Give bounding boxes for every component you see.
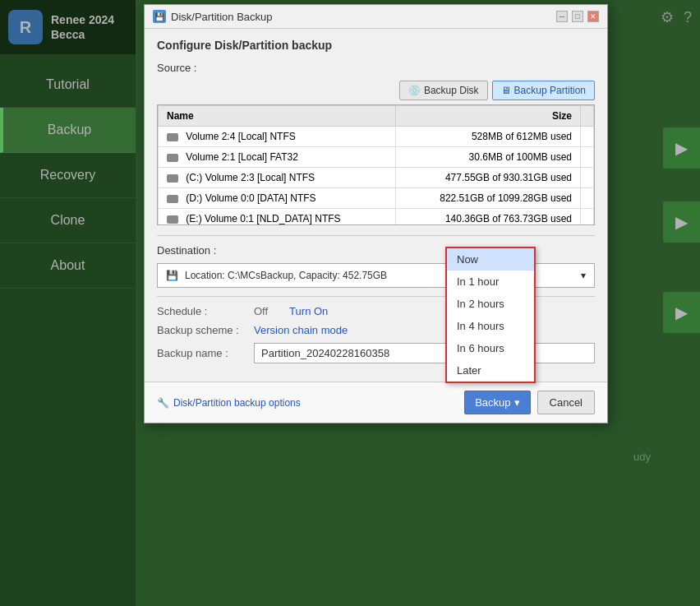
dialog-titlebar: 💾 Disk/Partition Backup ─ □ ✕: [145, 5, 607, 29]
table-row[interactable]: Volume 2:4 [Local] NTFS 528MB of 612MB u…: [159, 127, 594, 147]
dropdown-item-4hours[interactable]: In 4 hours: [447, 315, 534, 337]
backup-type-row: 💿 Backup Disk 🖥 Backup Partition: [157, 81, 595, 100]
dialog-body: Configure Disk/Partition backup Source :…: [145, 29, 607, 382]
dropdown-item-6hours[interactable]: In 6 hours: [447, 337, 534, 359]
table-row[interactable]: (C:) Volume 2:3 [Local] NTFS 477.55GB of…: [159, 168, 594, 188]
table-row[interactable]: Volume 2:1 [Local] FAT32 30.6MB of 100MB…: [159, 147, 594, 168]
volume-size-cell: 140.36GB of 763.73GB used: [395, 209, 581, 225]
schedule-turn-on-link[interactable]: Turn On: [289, 305, 328, 317]
volume-size-cell: 822.51GB of 1099.28GB used: [395, 188, 581, 209]
backup-chevron-icon: ▾: [514, 396, 520, 409]
volume-name-cell: (D:) Volume 0:0 [DATA] NTFS: [159, 188, 396, 209]
dropdown-item-2hours[interactable]: In 2 hours: [447, 293, 534, 315]
dialog-footer: 🔧 Disk/Partition backup options NowIn 1 …: [145, 382, 607, 423]
backup-partition-button[interactable]: 🖥 Backup Partition: [492, 81, 595, 100]
wrench-icon: 🔧: [157, 397, 169, 409]
backup-dialog: 💾 Disk/Partition Backup ─ □ ✕ Configure …: [144, 4, 608, 423]
source-label: Source :: [157, 62, 595, 74]
close-button[interactable]: ✕: [587, 11, 599, 22]
backup-name-label: Backup name :: [157, 347, 247, 359]
backup-scheme-label: Backup scheme :: [157, 324, 247, 336]
volume-name-cell: Volume 2:4 [Local] NTFS: [159, 127, 396, 147]
volume-name-cell: (C:) Volume 2:3 [Local] NTFS: [159, 168, 396, 188]
col-header-size: Size: [395, 106, 581, 127]
volume-table: Name Size Volume 2:4 [Local] NTFS 528MB …: [158, 105, 594, 224]
backup-button[interactable]: Backup ▾: [464, 391, 530, 414]
volume-name-cell: Volume 2:1 [Local] FAT32: [159, 147, 396, 168]
maximize-button[interactable]: □: [572, 11, 583, 22]
backup-dropdown-menu: NowIn 1 hourIn 2 hoursIn 4 hoursIn 6 hou…: [445, 247, 536, 383]
col-header-name: Name: [159, 106, 396, 127]
volume-size-cell: 477.55GB of 930.31GB used: [395, 168, 581, 188]
backup-options-link[interactable]: 🔧 Disk/Partition backup options: [157, 397, 301, 409]
dropdown-item-later[interactable]: Later: [447, 359, 534, 382]
volume-name-cell: (E:) Volume 0:1 [NLD_DATA] NTFS: [159, 209, 396, 225]
backup-name-input[interactable]: [254, 343, 595, 363]
volume-table-scroll[interactable]: Name Size Volume 2:4 [Local] NTFS 528MB …: [158, 105, 594, 224]
scroll-spacer: [581, 168, 594, 188]
col-scroll: [581, 106, 594, 127]
footer-right: NowIn 1 hourIn 2 hoursIn 4 hoursIn 6 hou…: [464, 391, 595, 414]
dropdown-item-now[interactable]: Now: [447, 248, 534, 271]
destination-value: Location: C:\MCsBackup, Capacity: 452.75…: [185, 270, 387, 281]
schedule-off: Off: [254, 305, 268, 317]
dest-disk-icon: 💾: [166, 270, 178, 281]
backup-scheme-value[interactable]: Version chain mode: [254, 324, 348, 336]
dest-dropdown-inner: 💾 Location: C:\MCsBackup, Capacity: 452.…: [166, 270, 387, 281]
disk-icon: 💿: [408, 85, 421, 96]
dialog-controls: ─ □ ✕: [556, 11, 599, 22]
scroll-spacer: [581, 209, 594, 225]
minimize-button[interactable]: ─: [556, 11, 568, 22]
volume-size-cell: 528MB of 612MB used: [395, 127, 581, 147]
table-row[interactable]: (D:) Volume 0:0 [DATA] NTFS 822.51GB of …: [159, 188, 594, 209]
scroll-spacer: [581, 147, 594, 168]
dialog-subtitle: Configure Disk/Partition backup: [157, 39, 595, 52]
dialog-title-area: 💾 Disk/Partition Backup: [153, 10, 273, 23]
partition-icon: 🖥: [501, 85, 511, 96]
scroll-spacer: [581, 188, 594, 209]
backup-disk-button[interactable]: 💿 Backup Disk: [399, 81, 488, 100]
volume-table-wrapper: Name Size Volume 2:4 [Local] NTFS 528MB …: [157, 104, 595, 225]
scroll-spacer: [581, 127, 594, 147]
dialog-title-icon: 💾: [153, 10, 166, 23]
volume-size-cell: 30.6MB of 100MB used: [395, 147, 581, 168]
dropdown-item-1hour[interactable]: In 1 hour: [447, 271, 534, 293]
dest-chevron-icon: ▾: [581, 270, 586, 281]
cancel-button[interactable]: Cancel: [537, 391, 595, 414]
table-row[interactable]: (E:) Volume 0:1 [NLD_DATA] NTFS 140.36GB…: [159, 209, 594, 225]
dialog-title-text: Disk/Partition Backup: [171, 11, 273, 23]
schedule-label: Schedule :: [157, 305, 247, 317]
